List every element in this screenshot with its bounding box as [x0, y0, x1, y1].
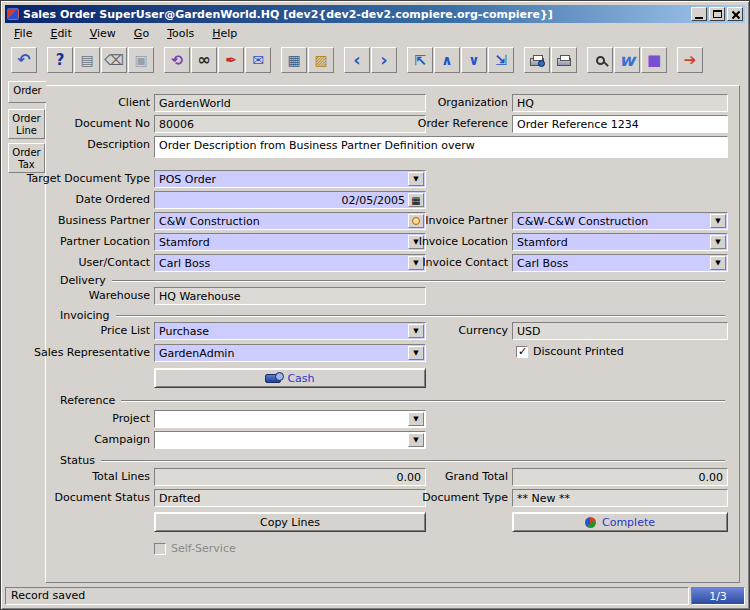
workflow-icon: w — [619, 52, 635, 69]
help-icon: ? — [56, 53, 65, 68]
new-record-button[interactable]: ▤ — [74, 47, 100, 73]
chat-button[interactable]: ✉ — [245, 47, 271, 73]
zoom-across-icon — [596, 56, 605, 65]
sales-representative-select[interactable]: GardenAdmin ▼ — [154, 344, 426, 362]
invoice-location-dropdown-button[interactable]: ▼ — [710, 235, 726, 249]
self-service-label: Self-Service — [171, 542, 236, 555]
invoice-location-select[interactable]: Stamford ▼ — [512, 233, 728, 251]
document-type-label: Document Type — [372, 489, 508, 504]
zoom-across-button[interactable] — [587, 47, 613, 73]
minimize-icon — [695, 17, 703, 19]
price-list-label: Price List — [10, 322, 150, 337]
invoice-contact-label: Invoice Contact — [372, 254, 508, 269]
menu-view[interactable]: View — [81, 25, 125, 42]
sales-order-window: Sales Order SuperUser@GardenWorld.HQ [de… — [0, 0, 750, 610]
calendar-button[interactable]: ▦ — [408, 193, 424, 207]
minimize-button[interactable] — [691, 7, 707, 21]
detail-record-button[interactable]: ⇲ — [488, 47, 514, 73]
grid-toggle-button[interactable]: ▦ — [281, 47, 307, 73]
menu-edit[interactable]: Edit — [41, 25, 80, 42]
grand-total-field: 0.00 — [512, 468, 728, 486]
titlebar[interactable]: Sales Order SuperUser@GardenWorld.HQ [de… — [5, 5, 745, 23]
campaign-dropdown-button[interactable]: ▼ — [408, 433, 424, 447]
print-preview-button[interactable] — [524, 47, 550, 73]
warehouse-label: Warehouse — [10, 287, 150, 302]
checkbox-box — [154, 543, 166, 555]
product-info-button[interactable]: ■ — [641, 47, 667, 73]
self-service-checkbox: Self-Service — [154, 542, 236, 555]
menu-go[interactable]: Go — [125, 25, 158, 42]
undo-icon: ↶ — [17, 52, 30, 68]
document-type-field: ** New ** — [512, 489, 728, 507]
section-invoicing-label: Invoicing — [60, 309, 110, 322]
currency-label: Currency — [372, 322, 508, 337]
requery-icon: ⟲ — [171, 53, 183, 67]
partner-location-value: Stamford — [159, 236, 210, 249]
cash-button[interactable]: Cash — [154, 368, 426, 388]
target-document-type-select[interactable]: POS Order ▼ — [154, 170, 426, 188]
campaign-label: Campaign — [10, 431, 150, 446]
date-ordered-input[interactable]: 02/05/2005 ▦ — [154, 191, 426, 209]
next-record-button[interactable]: › — [371, 47, 397, 73]
section-status: Status — [60, 454, 725, 467]
section-status-label: Status — [60, 454, 95, 467]
order-reference-input[interactable]: Order Reference 1234 — [512, 115, 728, 133]
chevron-down-icon: ▼ — [413, 349, 418, 357]
undo-button[interactable]: ↶ — [11, 47, 37, 73]
date-ordered-value: 02/05/2005 — [342, 194, 405, 207]
invoice-partner-dropdown-button[interactable]: ▼ — [710, 214, 726, 228]
invoice-contact-value: Carl Boss — [517, 257, 568, 270]
help-button[interactable]: ? — [47, 47, 73, 73]
up-record-button[interactable]: ∧ — [434, 47, 460, 73]
app-icon — [7, 8, 19, 20]
save-button[interactable]: ▣ — [128, 47, 154, 73]
menu-tools[interactable]: Tools — [158, 25, 203, 42]
down-record-button[interactable]: ∨ — [461, 47, 487, 73]
user-contact-label: User/Contact — [10, 254, 150, 269]
delete-record-button[interactable]: ⌫ — [101, 47, 127, 73]
project-dropdown-button[interactable]: ▼ — [408, 412, 424, 426]
description-input[interactable]: Order Description from Business Partner … — [154, 136, 728, 158]
parent-record-button[interactable]: ⇱ — [407, 47, 433, 73]
invoice-contact-dropdown-button[interactable]: ▼ — [710, 256, 726, 270]
requery-button[interactable]: ⟲ — [164, 47, 190, 73]
find-button[interactable]: ∞ — [191, 47, 217, 73]
copy-lines-button[interactable]: Copy Lines — [154, 512, 426, 532]
sales-representative-dropdown-button[interactable]: ▼ — [408, 346, 424, 360]
order-reference-label: Order Reference — [372, 115, 508, 130]
print-button[interactable] — [551, 47, 577, 73]
business-partner-label: Business Partner — [10, 212, 150, 227]
campaign-select[interactable]: ▼ — [154, 431, 426, 449]
sales-representative-value: GardenAdmin — [159, 347, 234, 360]
toolbar: ↶ ? ▤ ⌫ ▣ ⟲ ∞ ✒ ✉ ▦ ▨ ‹ › ⇱ ∧ ∨ ⇲ w ■ ➔ — [5, 43, 745, 77]
prev-record-button[interactable]: ‹ — [344, 47, 370, 73]
complete-button[interactable]: Complete — [512, 512, 728, 532]
invoice-partner-label: Invoice Partner — [372, 212, 508, 227]
history-button[interactable]: ▨ — [308, 47, 334, 73]
tab-order-tax[interactable]: Order Tax — [8, 143, 45, 173]
organization-label: Organization — [372, 94, 508, 109]
tab-order-line[interactable]: Order Line — [8, 109, 45, 139]
currency-field: USD — [512, 322, 728, 340]
close-icon — [731, 10, 740, 19]
maximize-button[interactable] — [709, 7, 725, 21]
invoice-partner-select[interactable]: C&W-C&W Construction ▼ — [512, 212, 728, 230]
menu-help[interactable]: Help — [203, 25, 246, 42]
complete-button-label: Complete — [602, 516, 655, 529]
process-gear-icon — [585, 517, 596, 528]
section-reference-label: Reference — [60, 394, 115, 407]
workflow-button[interactable]: w — [614, 47, 640, 73]
target-document-type-dropdown-button[interactable]: ▼ — [408, 172, 424, 186]
project-select[interactable]: ▼ — [154, 410, 426, 428]
section-divider — [101, 460, 725, 462]
organization-field: HQ — [512, 94, 728, 112]
invoice-contact-select[interactable]: Carl Boss ▼ — [512, 254, 728, 272]
tab-order[interactable]: Order — [8, 81, 46, 103]
product-info-icon: ■ — [647, 53, 661, 68]
attachment-button[interactable]: ✒ — [218, 47, 244, 73]
discount-printed-checkbox[interactable]: Discount Printed — [516, 345, 624, 358]
grand-total-label: Grand Total — [372, 468, 508, 483]
close-button[interactable] — [727, 7, 743, 21]
menu-file[interactable]: File — [5, 25, 41, 42]
exit-button[interactable]: ➔ — [677, 47, 703, 73]
